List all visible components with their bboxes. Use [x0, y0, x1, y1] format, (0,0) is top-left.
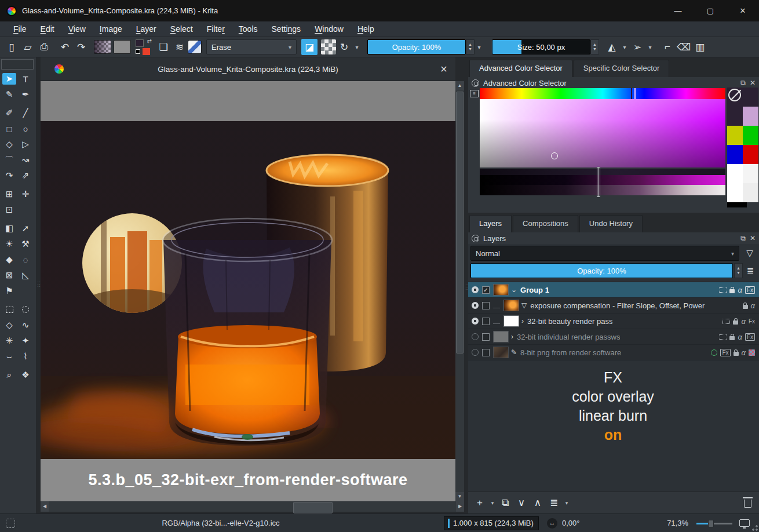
- tool-zoom-icon[interactable]: ⌕: [2, 369, 16, 381]
- open-document-button[interactable]: ▱: [20, 39, 36, 55]
- show-dockers-button[interactable]: ▥: [692, 39, 708, 55]
- layer-checkbox[interactable]: [482, 333, 490, 341]
- delete-layer-button[interactable]: [740, 495, 754, 511]
- trim-to-image-button[interactable]: ⌐: [659, 39, 676, 55]
- alpha-icon[interactable]: α: [742, 348, 746, 357]
- fxbox-icon[interactable]: Fx: [745, 286, 755, 294]
- zoom-slider-handle[interactable]: [708, 520, 714, 527]
- layer-row[interactable]: ▽exposure compensation - Filter Slope, O…: [468, 298, 759, 314]
- menu-view[interactable]: View: [62, 23, 92, 35]
- menu-edit[interactable]: Edit: [34, 23, 61, 35]
- layer-properties-button[interactable]: ≣: [547, 495, 561, 511]
- colorize-icon[interactable]: [711, 349, 717, 356]
- canvas-rotation[interactable]: ↔ 0,00°: [547, 518, 580, 529]
- reload-preset-button[interactable]: ↻: [336, 39, 352, 55]
- tool-line-icon[interactable]: ╱: [19, 107, 32, 119]
- resize-grip[interactable]: [752, 525, 758, 531]
- eye-visible-icon[interactable]: [472, 318, 479, 325]
- toolbox-splitter[interactable]: ······: [36, 57, 41, 513]
- redo-button[interactable]: ↷: [73, 39, 89, 55]
- docker-lock-icon[interactable]: [472, 235, 479, 242]
- eye-hidden-icon[interactable]: [472, 333, 479, 340]
- color-swatch[interactable]: [727, 145, 743, 164]
- horizontal-scrollbar-thumb[interactable]: [293, 502, 333, 513]
- fullscreen-canvas-icon[interactable]: [739, 519, 750, 527]
- blend-mode-combo[interactable]: Normal ▾: [470, 246, 739, 261]
- chevron-down-icon[interactable]: ▾: [620, 39, 629, 55]
- layer-thumbnail[interactable]: [493, 331, 509, 342]
- tool-magnetic-selection-icon[interactable]: ⌇: [19, 351, 32, 362]
- tool-polygon-icon[interactable]: ◇: [2, 139, 16, 150]
- scroll-right-icon[interactable]: ▶: [456, 501, 464, 512]
- tool-bezier-selection-icon[interactable]: ⌣: [2, 351, 16, 362]
- horizontal-scrollbar[interactable]: ◀ ▶: [41, 501, 464, 512]
- menu-window[interactable]: Window: [308, 23, 350, 35]
- layer-filter-icon[interactable]: ▽: [743, 248, 757, 258]
- layer-checkbox[interactable]: ✓: [482, 286, 490, 294]
- opacity-slider[interactable]: Opacity: 100%: [367, 39, 466, 54]
- eye-visible-icon[interactable]: [472, 302, 479, 309]
- move-layer-up-button[interactable]: ∧: [531, 495, 545, 511]
- gradient-chooser-button[interactable]: [94, 40, 111, 54]
- color-swatch[interactable]: [727, 183, 743, 202]
- color-swatch[interactable]: [743, 88, 758, 107]
- alpha-icon[interactable]: α: [741, 317, 745, 326]
- tab-advanced-color-selector[interactable]: Advanced Color Selector: [469, 60, 572, 77]
- eye-hidden-icon[interactable]: [472, 349, 479, 356]
- eraser-mode-toggle[interactable]: ◪: [301, 39, 318, 55]
- menu-settings[interactable]: Settings: [265, 23, 308, 35]
- tool-similar-color-selection-icon[interactable]: ✦: [19, 335, 32, 347]
- scroll-left-icon[interactable]: ◀: [41, 501, 49, 512]
- document-tab[interactable]: Glass-and-Volume_Krita-Composite.kra (22…: [41, 57, 455, 81]
- group-closed-icon[interactable]: ›: [521, 317, 524, 325]
- tool-elliptical-selection-icon[interactable]: [19, 304, 32, 315]
- color-swatch[interactable]: [727, 126, 743, 145]
- lock-icon[interactable]: [734, 352, 739, 356]
- chevron-down-icon[interactable]: ▾: [352, 39, 362, 55]
- layer-options-menu-icon[interactable]: ≣: [744, 265, 757, 276]
- tool-lightness-icon[interactable]: ☀: [2, 238, 16, 250]
- layer-row[interactable]: ›32-bit individual render passwsαFx: [468, 329, 759, 345]
- menu-tools[interactable]: Tools: [232, 23, 264, 35]
- tool-color-sampler-icon[interactable]: ➚: [19, 223, 32, 234]
- menu-help[interactable]: Help: [351, 23, 381, 35]
- tool-move-icon[interactable]: ✛: [19, 188, 32, 200]
- tool-freehand-brush-icon[interactable]: ✐: [2, 107, 16, 119]
- menu-layer[interactable]: Layer: [130, 23, 163, 35]
- preserve-alpha-toggle[interactable]: [321, 39, 336, 54]
- fxbox-icon[interactable]: Fx: [720, 349, 730, 356]
- vertical-scrollbar-thumb[interactable]: [456, 92, 464, 354]
- layer-opacity-slider[interactable]: Opacity: 100%: [470, 263, 733, 278]
- close-button[interactable]: ✕: [727, 0, 759, 21]
- color-swatch[interactable]: [743, 145, 758, 164]
- vertical-scrollbar[interactable]: ▲ ▼: [455, 81, 464, 501]
- tool-fill-icon[interactable]: ◆: [2, 254, 16, 265]
- black-swatch[interactable]: [727, 202, 747, 207]
- float-docker-icon[interactable]: ⧉: [740, 79, 746, 87]
- tool-smart-patch-icon[interactable]: ⚒: [19, 238, 32, 250]
- tab-layers[interactable]: Layers: [469, 215, 512, 232]
- group-open-icon[interactable]: ⌄: [511, 286, 517, 294]
- size-spinner[interactable]: ▲▼: [590, 39, 599, 54]
- minimize-button[interactable]: —: [662, 0, 694, 21]
- color-selector-settings-icon[interactable]: ≡: [470, 90, 479, 97]
- grid-icon[interactable]: [719, 287, 727, 293]
- color-swatch[interactable]: [743, 183, 758, 202]
- selection-display-icon[interactable]: [6, 519, 15, 528]
- lock-icon[interactable]: [729, 336, 735, 340]
- horizontal-scrollbar-track[interactable]: [49, 501, 456, 512]
- lock-icon[interactable]: [729, 289, 735, 293]
- layer-opacity-spinner[interactable]: ▲▼: [734, 263, 743, 278]
- color-cursor[interactable]: [551, 152, 558, 159]
- layer-row[interactable]: ✎8-bit png from render softwareFxα: [468, 345, 759, 360]
- choose-workspace-button[interactable]: ❏: [155, 39, 171, 55]
- layer-row[interactable]: ✓⌄Group 1αFx: [468, 282, 759, 298]
- clear-button[interactable]: ⌫: [676, 39, 692, 55]
- color-swatch[interactable]: [727, 107, 743, 126]
- hue-strip[interactable]: [480, 88, 725, 99]
- color-swatch[interactable]: [743, 164, 758, 183]
- tool-reference-images-icon[interactable]: ⚑: [2, 285, 16, 297]
- layer-thumbnail[interactable]: [503, 300, 519, 311]
- group-closed-icon[interactable]: ›: [511, 333, 513, 341]
- tool-polyline-icon[interactable]: ▷: [19, 139, 32, 150]
